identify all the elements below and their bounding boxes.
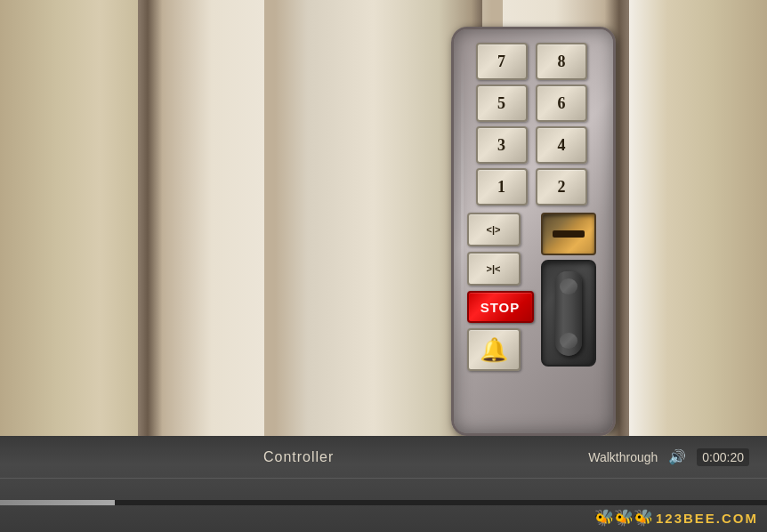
left-controls: <|> >|< STOP 🔔 — [467, 213, 534, 371]
logo: 🐝🐝🐝 123BEE.COM — [594, 508, 758, 528]
right-controls-bar: Walkthrough 🔊 0:00:20 — [588, 448, 758, 466]
phone-holder — [541, 260, 596, 367]
control-row: <|> >|< STOP 🔔 — [467, 213, 601, 371]
floor-btn-1[interactable]: 1 — [476, 168, 528, 206]
floor-btn-4[interactable]: 4 — [536, 126, 587, 164]
controller-label: Controller — [9, 449, 588, 465]
right-wall — [625, 0, 767, 436]
card-slot — [553, 230, 585, 238]
floor-btn-2[interactable]: 2 — [536, 168, 587, 206]
speaker-icon[interactable]: 🔊 — [668, 448, 686, 465]
card-reader[interactable] — [541, 213, 596, 255]
bell-btn[interactable]: 🔔 — [467, 328, 521, 371]
panel-shine — [461, 47, 464, 370]
floor-btn-8[interactable]: 8 — [536, 43, 587, 80]
door-open-btn[interactable]: <|> — [467, 213, 521, 246]
elevator-scene: 7 8 5 6 3 4 1 2 <|> >|< STOP 🔔 — [0, 0, 767, 436]
number-grid: 7 8 5 6 3 4 1 2 — [476, 43, 592, 206]
control-panel: 7 8 5 6 3 4 1 2 <|> >|< STOP 🔔 — [451, 27, 616, 436]
phone-handset — [555, 271, 582, 356]
right-panel — [541, 213, 596, 367]
logo-text: 123BEE.COM — [656, 511, 758, 526]
floor-btn-3[interactable]: 3 — [476, 126, 528, 164]
walkthrough-label: Walkthrough — [588, 450, 658, 464]
bottom-bar: Controller Walkthrough 🔊 0:00:20 🐝🐝🐝 123… — [0, 436, 767, 532]
floor-btn-5[interactable]: 5 — [476, 85, 528, 122]
door-right — [264, 0, 482, 436]
logo-bees-icon: 🐝🐝🐝 — [594, 508, 653, 528]
left-wall — [0, 0, 142, 436]
door-close-btn[interactable]: >|< — [467, 252, 521, 286]
bottom-bar-bottom: 🐝🐝🐝 123BEE.COM — [0, 479, 767, 532]
bell-icon: 🔔 — [480, 336, 508, 364]
bottom-bar-top: Controller Walkthrough 🔊 0:00:20 — [0, 436, 767, 479]
floor-btn-6[interactable]: 6 — [536, 85, 587, 122]
timer-label: 0:00:20 — [697, 448, 749, 466]
floor-btn-7[interactable]: 7 — [476, 43, 528, 80]
stop-btn[interactable]: STOP — [467, 291, 534, 323]
